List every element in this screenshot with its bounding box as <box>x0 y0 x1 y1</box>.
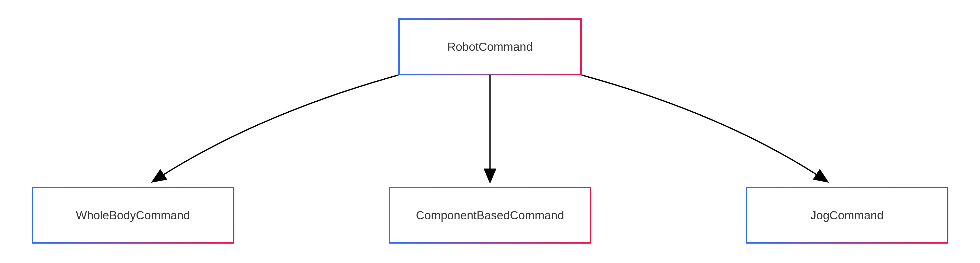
node-label: JogCommand <box>811 208 883 222</box>
node-label: ComponentBasedCommand <box>416 208 564 222</box>
node-label: WholeBodyCommand <box>76 208 190 222</box>
node-label: RobotCommand <box>447 40 533 54</box>
edge-root-to-wholebody <box>153 75 398 181</box>
node-component-based-command: ComponentBasedCommand <box>389 187 591 244</box>
edge-root-to-jog <box>582 75 827 181</box>
node-robot-command: RobotCommand <box>398 18 582 75</box>
node-whole-body-command: WholeBodyCommand <box>32 187 234 244</box>
node-jog-command: JogCommand <box>746 187 948 244</box>
